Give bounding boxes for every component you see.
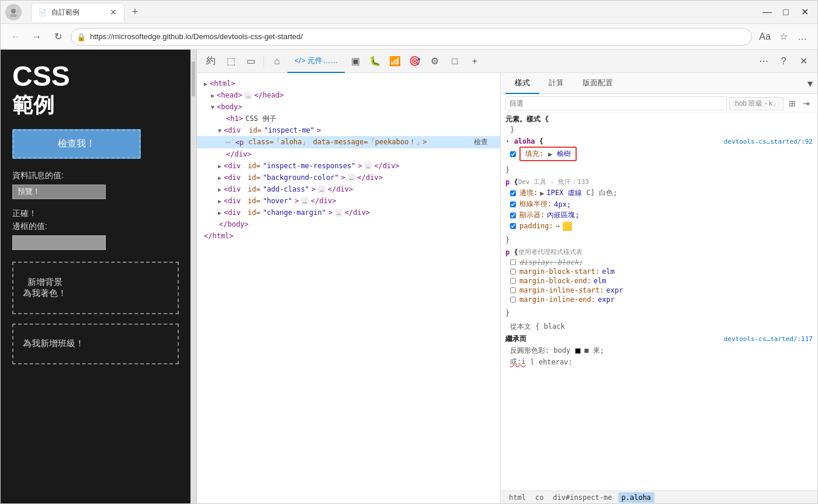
p-ua-rule-body: display: block; margin-block-start: elm xyxy=(501,258,817,308)
example-heading: 範例 xyxy=(12,92,179,117)
triangle-icon[interactable] xyxy=(218,163,221,169)
inspect-tool-button[interactable]: 約 xyxy=(202,52,220,71)
inspect-me-button[interactable]: 檢查我！ xyxy=(12,129,141,159)
devtools-close-button[interactable]: ✕ xyxy=(794,52,813,71)
forward-button[interactable]: → xyxy=(29,29,45,45)
demo-panel: CSS 範例 檢查我！ 資料訊息的值: 正確！ 邊框的值: 新增背景為我著色！ … xyxy=(1,50,190,503)
p-ua-display-checkbox[interactable] xyxy=(510,259,516,265)
address-bar: ← → ↻ 🔒 Aa ☆ … xyxy=(1,24,817,50)
back-button[interactable]: ← xyxy=(8,29,24,45)
triangle-icon[interactable] xyxy=(211,92,214,99)
network-button[interactable]: 📶 xyxy=(386,52,404,71)
aloha-tree-icon[interactable]: ▶ xyxy=(548,150,552,158)
element-style-selector: 元素。樣式 { xyxy=(505,115,549,123)
styles-copy-button[interactable]: ⇥ xyxy=(800,97,813,110)
page-scrollbar[interactable] xyxy=(190,50,196,503)
help-button[interactable]: ? xyxy=(774,52,793,71)
home-button[interactable]: ⌂ xyxy=(268,52,286,71)
sources-button[interactable]: 🐛 xyxy=(366,52,384,71)
device-emulation-button[interactable]: ⬚ xyxy=(221,52,240,71)
close-button[interactable]: ✕ xyxy=(796,4,813,20)
background-color-row[interactable]: <div id="background-color" > … </div> xyxy=(197,172,500,183)
triangle-icon[interactable] xyxy=(218,175,221,181)
refresh-button[interactable]: ↻ xyxy=(50,29,66,45)
styles-tab[interactable]: 樣式 xyxy=(505,73,539,94)
user-avatar[interactable] xyxy=(5,4,22,20)
body-close-row[interactable]: </body> xyxy=(197,218,500,230)
triangle-icon[interactable] xyxy=(218,198,221,204)
aloha-close: } xyxy=(501,165,817,176)
address-input[interactable] xyxy=(71,28,752,46)
active-tab[interactable]: 📄 自訂範例 ✕ xyxy=(31,3,124,22)
more-button[interactable]: … xyxy=(794,29,810,45)
dock-button[interactable]: ▭ xyxy=(241,52,260,71)
p-display-row: 顯示器: 內嵌區塊; xyxy=(510,210,813,221)
p-ua-inline-end-row: margin-inline-end: expr xyxy=(510,295,813,304)
more-tools-button[interactable]: + xyxy=(465,52,484,71)
styles-tab-more[interactable]: ▾ xyxy=(807,77,813,90)
anti-aliasing-row: 反圓形色彩: body ■ 來; xyxy=(510,345,813,356)
status-div-inspect-me[interactable]: div#inspect-me xyxy=(549,492,615,503)
lock-icon: 🔒 xyxy=(77,32,86,41)
computed-tab[interactable]: 計算 xyxy=(539,73,573,94)
inspect-me-responses-row[interactable]: <div id="inspect-me-responses" > … </div… xyxy=(197,160,500,172)
inherited-source-link[interactable]: devtools-cs…tarted/:117 xyxy=(724,335,813,343)
inspect-me-row[interactable]: <div id="inspect-me" > xyxy=(197,124,500,136)
p-margin-checkbox[interactable] xyxy=(510,190,516,196)
p-ua-close: } xyxy=(501,308,817,319)
div-close-row[interactable]: </div> xyxy=(197,148,500,160)
hover-row[interactable]: <div id="hover" > … </div> xyxy=(197,195,500,207)
html-close-row[interactable]: </html> xyxy=(197,230,500,242)
triangle-icon[interactable] xyxy=(218,186,221,193)
aloha-prop-val: 榆樹 xyxy=(557,149,571,159)
status-html[interactable]: html xyxy=(505,492,529,503)
add-class-row[interactable]: <div id="add-class" > … </div> xyxy=(197,183,500,195)
performance-button[interactable]: 🎯 xyxy=(405,52,424,71)
triangle-icon[interactable] xyxy=(218,127,221,134)
status-p-aloha[interactable]: p.aloha xyxy=(618,492,655,503)
triangle-icon[interactable] xyxy=(211,104,214,110)
triangle-icon[interactable] xyxy=(218,210,221,216)
p-rule-section: p { Dev 工具 - 焦汗：133 邊境: ▶ IPEX 虛線 xyxy=(501,176,817,246)
layout-tab[interactable]: 版面配置 xyxy=(573,73,622,94)
triangle-icon[interactable] xyxy=(204,81,207,87)
p-ua-margin-start-checkbox[interactable] xyxy=(510,269,516,274)
minimize-button[interactable]: — xyxy=(759,4,775,20)
styles-content: 元素。樣式 { } · aloha { devtools-cs…started/… xyxy=(501,113,817,491)
p-ua-margin-end-row: margin-block-end: elm xyxy=(510,276,813,286)
toolbar-right: Aa ☆ … xyxy=(757,29,810,45)
aloha-source-link[interactable]: devtools-cs…started/:92 xyxy=(724,138,813,145)
head-element-row[interactable]: <head> … </head> xyxy=(197,89,500,101)
status-co[interactable]: co xyxy=(532,492,547,503)
change-margin-row[interactable]: <div id="change-margin" > … </div> xyxy=(197,207,500,218)
line-dots[interactable]: ⋯ xyxy=(225,137,231,148)
padding-swatch-icon[interactable]: 🟨 xyxy=(562,221,572,231)
p-display-checkbox[interactable] xyxy=(510,213,516,218)
settings-gear-button[interactable]: ⚙ xyxy=(425,52,444,71)
p-border-radius-checkbox[interactable] xyxy=(510,201,516,207)
border-input[interactable] xyxy=(12,235,106,250)
p-ua-margin-end-checkbox[interactable] xyxy=(510,278,516,284)
aloha-prop-checkbox[interactable] xyxy=(510,151,516,157)
console-button[interactable]: ▣ xyxy=(346,52,365,71)
html-element-row[interactable]: <html> xyxy=(197,78,500,89)
data-input[interactable] xyxy=(12,185,106,199)
devtools-more-button[interactable]: ⋯ xyxy=(754,52,773,71)
pseudo-class-filter[interactable]: :hob 班級 - k」 xyxy=(729,97,784,110)
styles-new-rule-button[interactable]: ⊞ xyxy=(786,97,799,110)
p-ua-inline-end-checkbox[interactable] xyxy=(510,297,516,303)
read-aloud-button[interactable]: Aa xyxy=(757,29,773,45)
maximize-button[interactable]: □ xyxy=(778,4,794,20)
p-ua-inline-start-checkbox[interactable] xyxy=(510,287,516,293)
p-padding-checkbox[interactable] xyxy=(510,223,516,229)
dock-mode-button[interactable]: □ xyxy=(445,52,464,71)
elements-tab[interactable]: </> 元件…… xyxy=(287,50,345,73)
p-aloha-row[interactable]: ⋯ <p class=「aloha」 data-message=「peekabo… xyxy=(197,136,500,148)
tab-close-button[interactable]: ✕ xyxy=(110,8,117,17)
favorites-button[interactable]: ☆ xyxy=(775,29,792,45)
body-element-row[interactable]: <body> xyxy=(197,101,500,113)
h1-element-row[interactable]: <h1> CSS 例子 xyxy=(197,113,500,124)
styles-filter-input[interactable] xyxy=(505,96,727,110)
new-tab-button[interactable]: + xyxy=(127,4,143,20)
window-controls: — □ ✕ xyxy=(759,4,813,20)
